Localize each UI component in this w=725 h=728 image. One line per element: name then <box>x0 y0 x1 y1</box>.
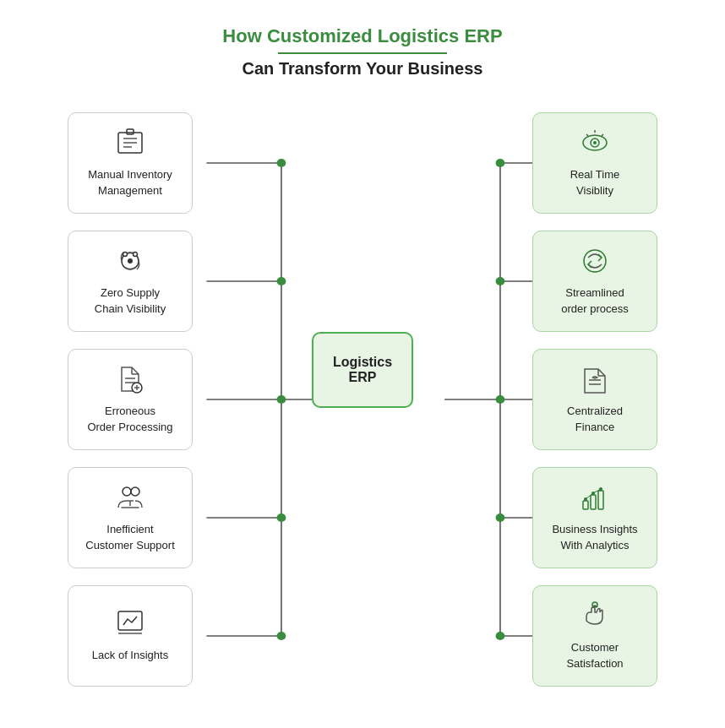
left-label-5: Lack of Insights <box>92 648 168 663</box>
erp-label-line1: Logistics <box>333 355 392 370</box>
supply-chain-icon <box>115 246 145 280</box>
right-label-1: Real TimeVisiblity <box>570 167 620 198</box>
right-box-business-insights: Business InsightsWith Analytics <box>532 467 657 568</box>
left-label-3: ErroneousOrder Processing <box>87 404 172 434</box>
svg-point-47 <box>131 487 139 496</box>
finance-icon <box>580 364 610 399</box>
streamlined-icon <box>580 246 610 280</box>
order-processing-icon <box>115 364 145 399</box>
left-box-erroneous: ErroneousOrder Processing <box>68 349 193 450</box>
right-label-2: Streamlinedorder process <box>561 285 628 316</box>
right-label-3: CentralizedFinance <box>567 404 623 434</box>
svg-point-38 <box>134 253 138 257</box>
customer-support-icon <box>115 482 145 517</box>
right-label-5: CustomerSatisfaction <box>566 640 623 671</box>
right-box-streamlined: Streamlinedorder process <box>532 231 657 332</box>
satisfaction-icon <box>580 600 610 635</box>
right-box-customer-satisfaction: CustomerSatisfaction <box>532 585 657 687</box>
header-divider <box>278 52 447 54</box>
svg-line-55 <box>602 134 603 136</box>
svg-point-36 <box>128 258 133 263</box>
svg-point-22 <box>277 395 286 404</box>
erp-label-line2: ERP <box>349 370 377 385</box>
header: How Customized Logistics ERP Can Transfo… <box>17 25 708 79</box>
svg-point-20 <box>277 159 286 167</box>
left-box-inefficient: InefficientCustomer Support <box>68 467 193 568</box>
svg-point-25 <box>496 159 505 167</box>
svg-point-26 <box>496 277 505 285</box>
left-label-4: InefficientCustomer Support <box>85 522 175 552</box>
svg-line-54 <box>586 134 588 136</box>
header-subtitle: Can Transform Your Business <box>17 59 708 79</box>
svg-point-21 <box>277 277 286 285</box>
svg-rect-63 <box>598 491 603 509</box>
insights-icon <box>115 608 145 643</box>
diagram: Manual InventoryManagement Zero SupplyCh… <box>17 104 708 712</box>
visibility-icon <box>580 128 610 162</box>
svg-point-56 <box>584 250 606 272</box>
header-title-green: How Customized Logistics ERP <box>17 25 708 47</box>
right-box-centralized: CentralizedFinance <box>532 349 657 450</box>
svg-rect-34 <box>127 129 134 134</box>
analytics-icon <box>580 482 610 517</box>
right-box-real-time: Real TimeVisiblity <box>532 112 657 214</box>
svg-point-28 <box>496 513 505 522</box>
inventory-icon <box>115 128 145 162</box>
svg-point-29 <box>496 632 505 640</box>
right-label-4: Business InsightsWith Analytics <box>552 522 637 552</box>
svg-point-52 <box>593 141 597 144</box>
left-box-zero-supply: Zero SupplyChain Visibility <box>68 231 193 332</box>
svg-rect-61 <box>583 501 588 509</box>
left-label-2: Zero SupplyChain Visibility <box>95 285 166 316</box>
svg-point-24 <box>277 632 286 640</box>
svg-point-27 <box>496 395 505 404</box>
svg-point-37 <box>123 253 128 257</box>
left-box-manual-inventory: Manual InventoryManagement <box>68 112 193 214</box>
svg-point-23 <box>277 513 286 522</box>
left-label-1: Manual InventoryManagement <box>88 167 172 198</box>
page-wrapper: How Customized Logistics ERP Can Transfo… <box>0 0 725 728</box>
left-box-lack-insights: Lack of Insights <box>68 585 193 687</box>
svg-rect-62 <box>591 495 596 509</box>
svg-point-46 <box>123 487 131 496</box>
erp-center-box: Logistics ERP <box>312 332 413 408</box>
